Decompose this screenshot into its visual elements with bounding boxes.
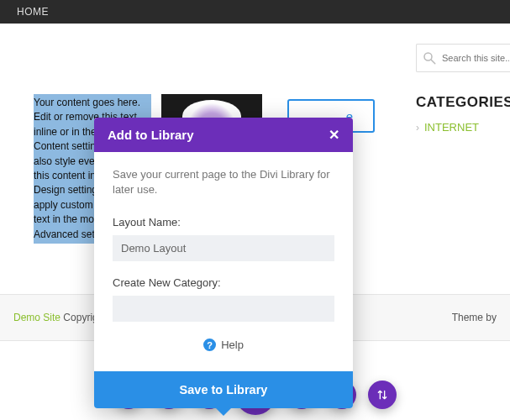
- footer-theme: Theme by: [452, 312, 497, 323]
- help-label: Help: [221, 339, 244, 351]
- layout-name-label: Layout Name:: [113, 216, 334, 228]
- layout-name-input[interactable]: [113, 235, 334, 261]
- chevron-right-icon: ›: [416, 122, 419, 134]
- search-input[interactable]: [442, 53, 509, 63]
- nav-home-link[interactable]: HOME: [17, 6, 49, 18]
- sidebar-heading: CATEGORIES: [416, 94, 510, 111]
- top-nav: HOME: [0, 0, 510, 24]
- modal-intro: Save your current page to the Divi Libra…: [113, 167, 334, 197]
- site-search: [416, 44, 510, 72]
- sidebar: CATEGORIES › INTERNET: [416, 94, 510, 134]
- close-icon[interactable]: ✕: [329, 129, 339, 142]
- add-to-library-modal: Add to Library ✕ Save your current page …: [94, 118, 353, 408]
- modal-footer: Save to Library: [94, 371, 353, 408]
- help-row[interactable]: ? Help: [113, 339, 334, 351]
- footer-site-link[interactable]: Demo Site: [13, 312, 60, 323]
- modal-header: Add to Library ✕: [94, 118, 353, 152]
- sort-icon[interactable]: [368, 381, 397, 409]
- svg-point-0: [424, 53, 432, 60]
- footer-left: Demo Site Copyright: [13, 312, 107, 323]
- sidebar-item-internet[interactable]: › INTERNET: [416, 121, 510, 134]
- search-icon: [422, 50, 437, 66]
- category-link[interactable]: INTERNET: [424, 121, 479, 134]
- new-category-label: Create New Category:: [113, 276, 334, 289]
- modal-body: Save your current page to the Divi Libra…: [94, 152, 353, 363]
- new-category-input[interactable]: [113, 296, 334, 322]
- svg-line-1: [431, 60, 435, 64]
- save-to-library-button[interactable]: Save to Library: [94, 371, 353, 408]
- modal-title: Add to Library: [108, 128, 194, 142]
- help-icon: ?: [203, 339, 216, 351]
